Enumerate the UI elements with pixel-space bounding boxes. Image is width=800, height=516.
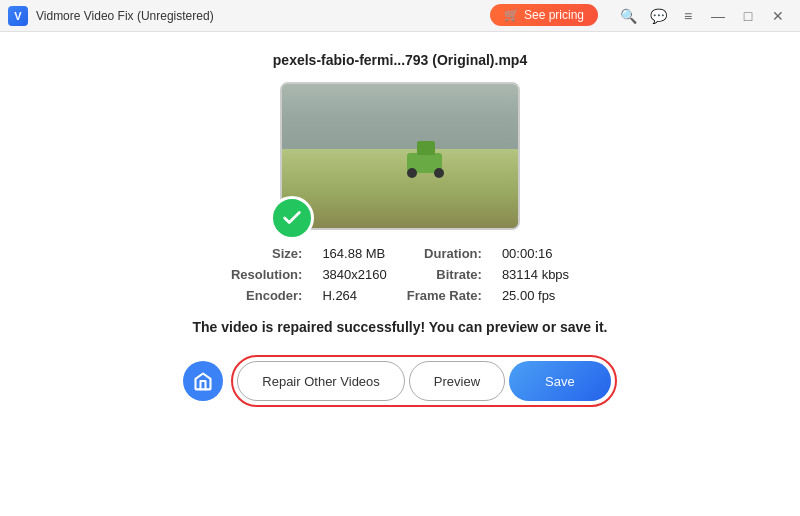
close-button[interactable]: ✕ [764, 2, 792, 30]
window-controls: 🔍 💬 ≡ — □ ✕ [614, 2, 792, 30]
video-thumbnail-container [280, 82, 520, 230]
action-buttons-group: Repair Other Videos Preview Save [231, 355, 616, 407]
resolution-value: 3840x2160 [322, 267, 386, 282]
see-pricing-button[interactable]: 🛒 See pricing [490, 4, 598, 26]
home-button[interactable] [183, 361, 223, 401]
see-pricing-label: See pricing [524, 8, 584, 22]
encoder-value: H.264 [322, 288, 386, 303]
success-message: The video is repaired successfully! You … [193, 319, 608, 335]
file-info-table: Size: 164.88 MB Duration: 00:00:16 Resol… [231, 246, 569, 303]
cart-icon: 🛒 [504, 8, 519, 22]
framerate-label: Frame Rate: [407, 288, 482, 303]
bitrate-value: 83114 kbps [502, 267, 569, 282]
resolution-label: Resolution: [231, 267, 303, 282]
duration-value: 00:00:16 [502, 246, 569, 261]
encoder-label: Encoder: [231, 288, 303, 303]
repair-other-button[interactable]: Repair Other Videos [237, 361, 405, 401]
home-icon [193, 371, 213, 391]
menu-icon-btn[interactable]: ≡ [674, 2, 702, 30]
main-content: pexels-fabio-fermi...793 (Original).mp4 … [0, 32, 800, 516]
maximize-button[interactable]: □ [734, 2, 762, 30]
search-icon-btn[interactable]: 🔍 [614, 2, 642, 30]
app-logo: V [8, 6, 28, 26]
duration-label: Duration: [407, 246, 482, 261]
minimize-button[interactable]: — [704, 2, 732, 30]
preview-button[interactable]: Preview [409, 361, 505, 401]
framerate-value: 25.00 fps [502, 288, 569, 303]
save-button[interactable]: Save [509, 361, 611, 401]
action-area: Repair Other Videos Preview Save [20, 355, 780, 407]
video-thumbnail [280, 82, 520, 230]
harvester-graphic [402, 145, 447, 173]
size-value: 164.88 MB [322, 246, 386, 261]
chat-icon-btn[interactable]: 💬 [644, 2, 672, 30]
title-bar: V Vidmore Video Fix (Unregistered) 🛒 See… [0, 0, 800, 32]
bitrate-label: Bitrate: [407, 267, 482, 282]
success-checkmark-badge [270, 196, 314, 240]
size-label: Size: [231, 246, 303, 261]
video-filename: pexels-fabio-fermi...793 (Original).mp4 [273, 52, 527, 68]
